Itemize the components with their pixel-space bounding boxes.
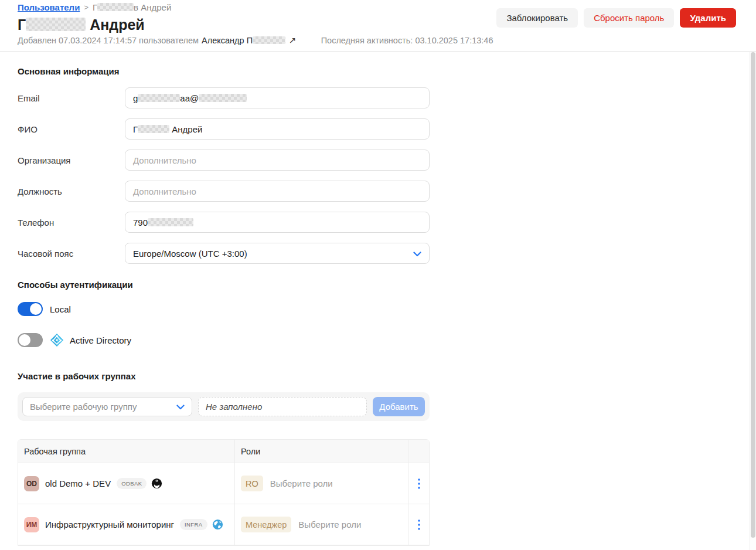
fullname-field[interactable]: Г Андрей xyxy=(125,118,430,140)
role-badge: RO xyxy=(241,476,263,491)
toggle-knob xyxy=(30,303,42,315)
roles-cell: Менеджер Выберите роли xyxy=(235,504,408,545)
position-placeholder: Дополнительно xyxy=(133,186,196,196)
workgroup-select-placeholder: Выберите рабочую группу xyxy=(30,402,137,412)
breadcrumb-separator: > xyxy=(84,3,88,12)
page-title: Г Андрей xyxy=(18,16,145,33)
main-info-form: Email gaa@ ФИО Г Андрей Организация Допо… xyxy=(18,87,447,264)
workgroups-table: Рабочая группа Роли OD old Demo + DEV OD… xyxy=(18,439,430,546)
local-toggle[interactable] xyxy=(18,302,43,316)
role-badge: Менеджер xyxy=(241,517,291,532)
role-input[interactable]: Не заполнено xyxy=(198,397,367,416)
main-content: Основная информация Email gaa@ ФИО Г Анд… xyxy=(0,66,447,546)
kebab-menu-icon[interactable] xyxy=(416,517,423,532)
phone-label: Телефон xyxy=(18,218,125,228)
organization-placeholder: Дополнительно xyxy=(133,155,196,165)
add-group-button[interactable]: Добавить xyxy=(373,397,425,416)
workgroup-tag: INFRA xyxy=(180,519,207,530)
workgroup-avatar: OD xyxy=(24,476,39,491)
header-actions: Заблокировать Сбросить пароль Удалить xyxy=(496,8,736,28)
globe-icon xyxy=(212,519,223,530)
delete-user-button[interactable]: Удалить xyxy=(680,8,736,28)
section-workgroups: Участие в рабочих группах xyxy=(18,371,447,381)
column-header-roles: Роли xyxy=(235,440,408,463)
page-header: Пользователи > Гв Андрей Г Андрей Добавл… xyxy=(0,0,756,52)
workgroup-select[interactable]: Выберите рабочую группу xyxy=(22,397,192,416)
chevron-down-icon xyxy=(176,402,185,412)
user-detail-page: Пользователи > Гв Андрей Г Андрей Добавл… xyxy=(0,0,756,550)
fullname-label: ФИО xyxy=(18,124,125,134)
table-row: OD old Demo + DEV ODBAK RO xyxy=(18,463,429,504)
breadcrumb-users-link[interactable]: Пользователи xyxy=(18,2,80,12)
form-row-phone: Телефон 790 xyxy=(18,212,447,233)
chevron-down-icon xyxy=(413,249,421,259)
form-row-organization: Организация Дополнительно xyxy=(18,150,447,171)
local-label: Local xyxy=(50,304,71,314)
workgroup-name: Инфраструктурный мониторинг xyxy=(45,520,174,529)
section-auth: Способы аутентификации xyxy=(18,280,447,290)
active-directory-label: Active Directory xyxy=(70,335,131,345)
column-header-actions xyxy=(408,440,429,463)
penguin-icon xyxy=(151,478,162,489)
scrollbar-track[interactable] xyxy=(750,52,756,550)
add-group-panel: Выберите рабочую группу Не заполнено Доб… xyxy=(18,392,430,421)
kebab-menu-icon[interactable] xyxy=(416,476,423,491)
organization-label: Организация xyxy=(18,155,125,165)
workgroup-name: old Demo + DEV xyxy=(45,478,111,488)
roles-cell: RO Выберите роли xyxy=(235,463,408,504)
timezone-value: Europe/Moscow (UTC +3:00) xyxy=(133,249,247,259)
toggle-knob xyxy=(19,334,30,346)
form-row-position: Должность Дополнительно xyxy=(18,181,447,202)
workgroup-tag: ODBAK xyxy=(117,478,147,489)
email-label: Email xyxy=(18,93,125,103)
form-row-fullname: ФИО Г Андрей xyxy=(18,118,447,140)
column-header-workgroup: Рабочая группа xyxy=(18,440,235,463)
table-row: ИМ Инфраструктурный мониторинг INFRA Мен… xyxy=(18,504,429,545)
row-actions-cell xyxy=(408,504,429,545)
scrollbar-thumb[interactable] xyxy=(751,52,755,538)
workgroup-avatar: ИМ xyxy=(24,517,39,532)
roles-select-placeholder[interactable]: Выберите роли xyxy=(270,478,333,488)
external-link-icon[interactable]: ↗ xyxy=(289,35,297,46)
fullname-value: Г Андрей xyxy=(133,124,202,134)
timezone-select[interactable]: Europe/Moscow (UTC +3:00) xyxy=(125,243,430,264)
last-activity: Последняя активность: 03.10.2025 17:13:4… xyxy=(321,36,493,45)
form-row-email: Email gaa@ xyxy=(18,87,447,108)
email-field[interactable]: gaa@ xyxy=(125,87,430,108)
position-field[interactable]: Дополнительно xyxy=(125,181,430,202)
breadcrumb: Пользователи > Гв Андрей xyxy=(18,2,171,12)
auth-method-local: Local xyxy=(18,302,447,316)
form-row-timezone: Часовой пояс Europe/Moscow (UTC +3:00) xyxy=(18,243,447,264)
breadcrumb-current: Гв Андрей xyxy=(93,2,171,12)
roles-select-placeholder[interactable]: Выберите роли xyxy=(298,520,361,529)
workgroup-cell: ИМ Инфраструктурный мониторинг INFRA xyxy=(18,504,235,545)
table-header-row: Рабочая группа Роли xyxy=(18,440,429,463)
created-info: Добавлен 07.03.2024 17:14:57 пользовател… xyxy=(18,36,199,45)
phone-field[interactable]: 790 xyxy=(125,212,430,233)
role-input-placeholder: Не заполнено xyxy=(206,402,262,412)
timezone-label: Часовой пояс xyxy=(18,249,125,259)
reset-password-button[interactable]: Сбросить пароль xyxy=(584,8,674,28)
user-meta: Добавлен 07.03.2024 17:14:57 пользовател… xyxy=(18,35,493,46)
section-main-info: Основная информация xyxy=(18,66,447,76)
email-value: gaa@ xyxy=(133,93,247,103)
active-directory-toggle[interactable] xyxy=(18,333,43,347)
auth-method-active-directory: Active Directory xyxy=(18,333,447,347)
position-label: Должность xyxy=(18,186,125,196)
created-by-user: Александр П xyxy=(202,36,285,45)
block-user-button[interactable]: Заблокировать xyxy=(496,8,578,28)
phone-value: 790 xyxy=(133,218,193,228)
workgroup-cell: OD old Demo + DEV ODBAK xyxy=(18,463,235,504)
active-directory-icon xyxy=(50,333,64,347)
organization-field[interactable]: Дополнительно xyxy=(125,150,430,171)
row-actions-cell xyxy=(408,463,429,504)
